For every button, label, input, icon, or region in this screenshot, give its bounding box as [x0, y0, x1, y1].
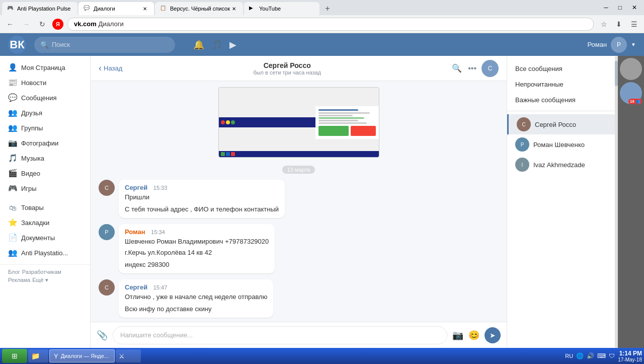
menu-icon[interactable]: ☰	[628, 18, 640, 30]
sidebar-item-news[interactable]: 📰 Новости	[0, 75, 90, 90]
tab-youtube[interactable]: ▶ YouTube	[244, 2, 319, 15]
right-panel-important[interactable]: Важные сообщения	[507, 92, 618, 108]
volume-icon[interactable]: 🔊	[587, 352, 594, 359]
reload-button[interactable]: ↻	[36, 18, 48, 30]
attach-icon[interactable]: 📎	[97, 330, 108, 341]
new-tab-button[interactable]: +	[320, 2, 335, 15]
messages-icon: 💬	[8, 93, 17, 102]
tab-close-2[interactable]: ✕	[141, 5, 149, 13]
docs-icon: 📄	[8, 233, 17, 242]
sidebar-item-video[interactable]: 🎬 Видео	[0, 166, 90, 181]
right-panel-scrollbar[interactable]	[615, 56, 618, 348]
friends-icon: 👥	[8, 108, 17, 117]
contact-ivaz[interactable]: I Ivaz Akhmedzade	[507, 155, 618, 175]
sidebar-item-my-page[interactable]: 👤 Моя Страница	[0, 60, 90, 75]
camera-icon[interactable]: 📷	[452, 330, 463, 341]
search-messages-icon[interactable]: 🔍	[452, 63, 462, 73]
contact-avatar-sergei: С	[517, 117, 531, 131]
vk-header-icons: 🔔 🎵 ▶	[193, 39, 236, 50]
notification-icon[interactable]: 🔔	[193, 39, 204, 50]
search-input[interactable]	[52, 41, 169, 48]
sidebar-item-market[interactable]: 🛍 Товары	[0, 200, 90, 215]
minimize-icon[interactable]: ─	[601, 3, 611, 12]
video-icon[interactable]: ▶	[229, 39, 236, 50]
msg-text-2a: Шевченко Роман Владимирович +79787329020	[125, 237, 269, 246]
sidebar-footer-ads[interactable]: Реклама	[8, 277, 30, 283]
music-icon[interactable]: 🎵	[211, 39, 222, 50]
msg-sender-3: Сергей	[125, 283, 147, 291]
taskbar-league[interactable]: ⚔	[116, 349, 141, 362]
taskbar-explorer[interactable]: 📁	[28, 349, 48, 362]
sidebar-footer: Блог Разработчикам Реклама Ещё ▾	[0, 264, 90, 287]
contact-name-ivaz: Ivaz Akhmedzade	[533, 161, 585, 169]
sergei-avatar-1[interactable]: С	[99, 180, 115, 196]
security-icon[interactable]: 🛡	[609, 352, 615, 359]
vk-user-area[interactable]: Роман Р ▼	[587, 37, 636, 53]
right-panel-unread[interactable]: Непрочитанные	[507, 77, 618, 92]
sidebar-item-photos[interactable]: 📷 Фотографии	[0, 135, 90, 151]
tab-dialogi[interactable]: 💬 Диалоги ✕	[78, 2, 154, 15]
vk-main: 👤 Моя Страница 📰 Новости 💬 Сообщения 👥 Д…	[0, 56, 644, 348]
tab-anti-playstation[interactable]: 🎮 Anti Playstation Pulse	[2, 2, 77, 15]
roman-avatar-1[interactable]: Р	[99, 224, 115, 240]
back-button[interactable]: ←	[4, 18, 16, 30]
more-options-icon[interactable]: •••	[468, 64, 476, 73]
vk-logo[interactable]: ВК	[8, 36, 26, 54]
emoji-icon[interactable]: 😊	[468, 330, 479, 341]
network-icon[interactable]: 🌐	[576, 352, 584, 359]
sidebar-item-friends[interactable]: 👥 Друзья	[0, 105, 90, 120]
sidebar-footer-dev[interactable]: Разработчикам	[22, 269, 61, 275]
tab-versus[interactable]: 📋 Версус. Чёрный список ✕	[155, 2, 243, 15]
keyboard-icon[interactable]: ⌨	[597, 352, 606, 359]
sidebar-item-anti-ps[interactable]: 👥 Anti Playstatio...	[0, 245, 90, 260]
user-dropdown-icon[interactable]: ▼	[631, 42, 636, 47]
lang-indicator: RU	[565, 353, 573, 359]
msg-text-3b: Всю инфу по доставке скину	[125, 305, 267, 314]
msg-text-1b: С тебя точный адрес , ФИО и телефон конт…	[125, 205, 279, 214]
sergei-avatar-2[interactable]: С	[99, 279, 115, 296]
tab-close-3[interactable]: ✕	[230, 5, 238, 13]
sidebar-label-video: Видео	[21, 170, 40, 177]
contact-roman-shevchenko[interactable]: Р Роман Шевченко	[507, 134, 618, 155]
side-popup-avatar-2[interactable]: 19 👥	[620, 82, 642, 104]
contact-name-sergei: Сергей Росco	[535, 121, 576, 128]
all-messages-label: Все сообщения	[515, 65, 562, 72]
sidebar-item-docs[interactable]: 📄 Документы	[0, 230, 90, 245]
msg-text-3a: Отлично , уже в начале след неделе отпра…	[125, 293, 267, 302]
contact-avatar-roman: Р	[515, 137, 529, 152]
sidebar-item-bookmarks[interactable]: ⭐ Закладки	[0, 215, 90, 230]
anti-ps-icon: 👥	[8, 248, 17, 257]
msg-bubble-3: Сергей 15:47 Отлично , уже в начале след…	[119, 279, 273, 318]
vk-search-box[interactable]: 🔍	[34, 37, 175, 53]
address-input[interactable]: vk.com Диалоги	[67, 18, 594, 31]
contact-sergei-rosco[interactable]: С Сергей Росco	[507, 114, 618, 134]
maximize-icon[interactable]: □	[615, 3, 625, 12]
send-button[interactable]: ➤	[485, 327, 501, 343]
message-input[interactable]	[113, 326, 447, 344]
sidebar: 👤 Моя Страница 📰 Новости 💬 Сообщения 👥 Д…	[0, 56, 91, 348]
sidebar-item-music[interactable]: 🎵 Музыка	[0, 151, 90, 166]
download-icon[interactable]: ⬇	[613, 18, 625, 30]
close-icon[interactable]: ✕	[629, 3, 640, 12]
forward-button[interactable]: →	[20, 18, 32, 30]
sidebar-item-messages[interactable]: 💬 Сообщения	[0, 90, 90, 105]
explorer-icon: 📁	[31, 352, 40, 360]
sidebar-footer-more[interactable]: Ещё ▾	[32, 277, 48, 283]
sidebar-footer-blog[interactable]: Блог	[8, 269, 20, 275]
bookmark-star-icon[interactable]: ☆	[598, 18, 610, 30]
right-panel-all-messages[interactable]: Все сообщения	[507, 61, 618, 77]
contact-status: был в сети три часа назад	[127, 69, 447, 76]
side-popup-avatar-1[interactable]	[620, 58, 642, 80]
message-list: 13 марта С Сергей 15:33 Пришли С тебя то…	[91, 81, 507, 322]
sidebar-label-messages: Сообщения	[21, 94, 57, 102]
contact-avatar-ivaz: I	[515, 158, 529, 172]
back-to-dialogs[interactable]: ‹ Назад	[99, 63, 122, 74]
taskbar-yandex-dialogi[interactable]: Y Диалоги — Яндe...	[49, 349, 115, 362]
sidebar-item-games[interactable]: 🎮 Игры	[0, 181, 90, 196]
league-icon: ⚔	[119, 352, 125, 360]
msg-time-2: 15:34	[151, 229, 165, 235]
sidebar-item-groups[interactable]: 👥 Группы	[0, 120, 90, 135]
start-button[interactable]: ⊞	[2, 349, 27, 363]
browser-chrome: 🎮 Anti Playstation Pulse 💬 Диалоги ✕ 📋 В…	[0, 0, 644, 15]
message-3: С Сергей 15:47 Отлично , уже в начале сл…	[99, 279, 499, 318]
